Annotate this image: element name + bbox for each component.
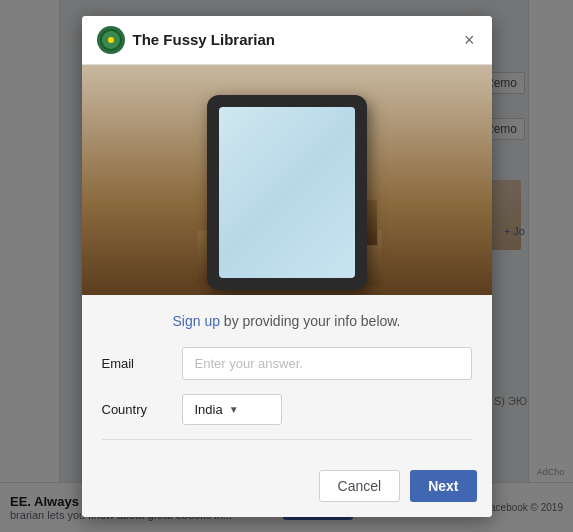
chevron-down-icon: ▼ xyxy=(229,404,239,415)
cancel-button[interactable]: Cancel xyxy=(319,470,401,502)
email-input[interactable] xyxy=(182,347,472,380)
modal-image xyxy=(82,65,492,295)
signup-link[interactable]: Sign up xyxy=(172,313,219,329)
modal-overlay: The Fussy Librarian × xyxy=(0,0,573,532)
modal-body: Sign up by providing your info below. Em… xyxy=(82,295,492,460)
ereader-screen xyxy=(219,107,355,278)
ereader-body xyxy=(207,95,367,290)
ebook-scene xyxy=(137,75,437,295)
modal-dialog: The Fussy Librarian × xyxy=(82,16,492,517)
close-button[interactable]: × xyxy=(462,31,477,49)
country-value: India xyxy=(195,402,223,417)
modal-header: The Fussy Librarian × xyxy=(82,16,492,65)
next-button[interactable]: Next xyxy=(410,470,476,502)
country-label: Country xyxy=(102,402,182,417)
subtitle-rest: by providing your info below. xyxy=(224,313,401,329)
country-row: Country India ▼ xyxy=(102,394,472,425)
modal-title: The Fussy Librarian xyxy=(133,31,462,48)
modal-subtitle: Sign up by providing your info below. xyxy=(102,313,472,329)
logo-dot xyxy=(108,37,114,43)
modal-footer: Cancel Next xyxy=(82,460,492,517)
ereader-device xyxy=(207,95,367,290)
divider xyxy=(102,439,472,440)
email-row: Email xyxy=(102,347,472,380)
email-label: Email xyxy=(102,356,182,371)
logo-inner xyxy=(100,29,122,51)
modal-logo xyxy=(97,26,125,54)
country-select[interactable]: India ▼ xyxy=(182,394,282,425)
